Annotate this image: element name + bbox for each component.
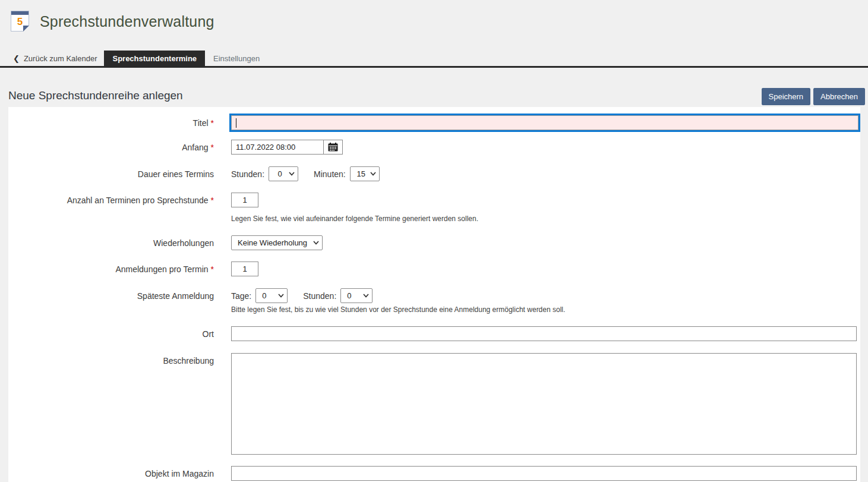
- dauer-minuten-select[interactable]: 15: [350, 166, 380, 181]
- spaeteste-stunden-select[interactable]: 0: [340, 288, 373, 303]
- section-head: Neue Sprechstundenreihe anlegen Speicher…: [0, 70, 868, 107]
- dauer-label: Dauer eines Termins: [8, 169, 214, 179]
- calendar-icon: [328, 143, 338, 152]
- row-objekt-im-magazin: Objekt im Magazin: [8, 466, 860, 481]
- anzahl-label: Anzahl an Terminen pro Sprechstunde*: [8, 196, 214, 205]
- titel-label: Titel*: [8, 118, 214, 128]
- anfang-label: Anfang*: [8, 143, 214, 152]
- row-ort: Ort: [8, 326, 860, 341]
- row-dauer: Dauer eines Termins Stunden: 0 Minuten: …: [8, 166, 860, 181]
- tage-label: Tage:: [231, 291, 251, 301]
- row-spaeteste-anmeldung: Späteste Anmeldung Tage: 0 Stunden: 0: [8, 288, 860, 303]
- page-title: Neue Sprechstundenreihe anlegen: [8, 89, 183, 102]
- beschreibung-label: Beschreibung: [8, 353, 214, 366]
- tab-bar: ❮ Zurück zum Kalender Sprechstundentermi…: [0, 51, 868, 68]
- calendar-icon-topbar: [11, 11, 29, 15]
- tab-einstellungen[interactable]: Einstellungen: [205, 51, 268, 66]
- action-buttons: Speichern Abbrechen: [762, 88, 865, 105]
- required-marker: *: [211, 118, 214, 128]
- row-wiederholungen: Wiederholungen Keine Wiederholung: [8, 235, 860, 250]
- objekt-label: Objekt im Magazin: [8, 469, 214, 478]
- back-link-label: Zurück zum Kalender: [24, 54, 97, 63]
- minuten-label: Minuten:: [314, 169, 346, 179]
- tab-label: Einstellungen: [213, 54, 260, 63]
- wiederholungen-label: Wiederholungen: [8, 238, 214, 248]
- anmeldungen-input[interactable]: [231, 262, 258, 276]
- required-marker: *: [211, 264, 214, 274]
- required-marker: *: [211, 196, 214, 205]
- stunden-label: Stunden:: [231, 169, 264, 179]
- chevron-left-icon: ❮: [13, 54, 20, 63]
- app-title: Sprechstundenverwaltung: [40, 13, 214, 30]
- tab-label: Sprechstundentermine: [112, 54, 197, 63]
- anfang-input[interactable]: [231, 140, 324, 155]
- row-titel: Titel*: [8, 114, 860, 132]
- objekt-input[interactable]: [231, 466, 857, 481]
- form-panel: Titel* Anfang*: [8, 107, 860, 482]
- app-header: 5 Sprechstundenverwaltung: [0, 0, 868, 51]
- anzahl-input[interactable]: [231, 193, 258, 207]
- stunden-label: Stunden:: [303, 291, 336, 301]
- back-to-calendar-link[interactable]: ❮ Zurück zum Kalender: [0, 51, 104, 66]
- titel-input[interactable]: [231, 115, 858, 130]
- row-anzahl: Anzahl an Terminen pro Sprechstunde*: [8, 193, 860, 207]
- spaeteste-hint: Bitte legen Sie fest, bis zu wie viel St…: [231, 305, 565, 314]
- spaeteste-tage-select[interactable]: 0: [255, 288, 288, 303]
- beschreibung-textarea[interactable]: [231, 353, 857, 455]
- sprechstunden-app: 5 Sprechstundenverwaltung ❮ Zurück zum K…: [0, 0, 868, 482]
- datepicker-button[interactable]: [324, 140, 343, 155]
- dauer-stunden-select[interactable]: 0: [269, 166, 298, 181]
- spaeteste-label: Späteste Anmeldung: [8, 291, 214, 301]
- row-beschreibung: Beschreibung: [8, 353, 860, 455]
- save-button[interactable]: Speichern: [762, 88, 811, 105]
- tab-sprechstundentermine[interactable]: Sprechstundentermine: [104, 51, 205, 66]
- anmeldungen-label: Anmeldungen pro Termin*: [8, 264, 214, 274]
- anzahl-hint: Legen Sie fest, wie viel aufeinander fol…: [231, 215, 478, 223]
- text-caret: [236, 118, 236, 128]
- row-anfang: Anfang*: [8, 140, 860, 155]
- calendar-app-icon: 5: [11, 11, 29, 31]
- ort-label: Ort: [8, 329, 214, 339]
- required-marker: *: [211, 143, 214, 152]
- row-anmeldungen: Anmeldungen pro Termin*: [8, 262, 860, 276]
- calendar-icon-fold: [23, 26, 29, 31]
- ort-input[interactable]: [231, 326, 857, 341]
- cancel-button[interactable]: Abbrechen: [813, 88, 865, 105]
- wiederholungen-select[interactable]: Keine Wiederholung: [231, 235, 323, 250]
